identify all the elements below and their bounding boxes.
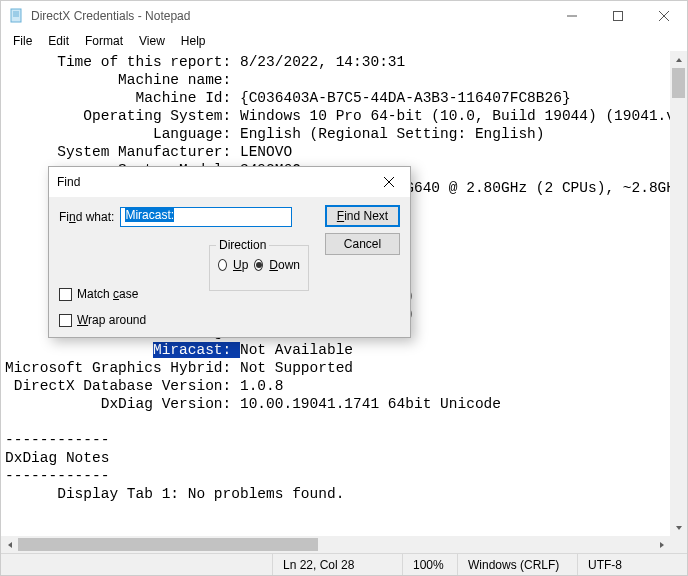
find-close-button[interactable] [368,167,410,197]
scroll-left-icon[interactable] [1,536,18,553]
direction-up-label: Up [233,258,248,272]
horizontal-scroll-thumb[interactable] [18,538,318,551]
wrap-around-row[interactable]: Wrap around [59,313,146,327]
scroll-up-icon[interactable] [670,51,687,68]
find-next-button[interactable]: Find Next [325,205,400,227]
menu-help[interactable]: Help [173,32,214,50]
svg-marker-10 [8,542,12,548]
find-what-input[interactable]: Miracast: [120,207,292,227]
status-line-ending: Windows (CRLF) [457,554,577,575]
doc-highlight: Miracast: [153,342,240,358]
find-dialog: Find Find what: Miracast: Find Next Canc… [48,166,411,338]
direction-group: Direction Up Down [209,245,309,291]
svg-marker-9 [676,526,682,530]
direction-down-radio[interactable] [254,259,263,271]
doc-post: Not Available Microsoft Graphics Hybrid:… [5,342,501,502]
status-zoom: 100% [402,554,457,575]
menu-view[interactable]: View [131,32,173,50]
wrap-around-label: Wrap around [77,313,146,327]
window-titlebar: DirectX Credentials - Notepad [1,1,687,31]
menu-edit[interactable]: Edit [40,32,77,50]
window-title: DirectX Credentials - Notepad [31,9,190,23]
direction-down-label: Down [269,258,300,272]
menu-format[interactable]: Format [77,32,131,50]
notepad-icon [9,8,25,24]
cancel-button[interactable]: Cancel [325,233,400,255]
svg-marker-8 [676,58,682,62]
wrap-around-checkbox[interactable] [59,314,72,327]
scroll-corner [670,536,687,553]
svg-rect-5 [614,12,623,21]
match-case-label: Match case [77,287,138,301]
horizontal-scrollbar[interactable] [1,536,670,553]
scroll-right-icon[interactable] [653,536,670,553]
minimize-button[interactable] [549,1,595,31]
find-title: Find [57,175,80,189]
scroll-down-icon[interactable] [670,519,687,536]
statusbar: Ln 22, Col 28 100% Windows (CRLF) UTF-8 [1,553,687,575]
direction-label: Direction [216,238,269,252]
menubar: File Edit Format View Help [1,31,687,51]
match-case-checkbox[interactable] [59,288,72,301]
menu-file[interactable]: File [5,32,40,50]
svg-marker-11 [660,542,664,548]
radio-dot-icon [256,262,262,268]
status-position: Ln 22, Col 28 [272,554,402,575]
status-encoding: UTF-8 [577,554,687,575]
vertical-scrollbar[interactable] [670,51,687,536]
direction-up-radio[interactable] [218,259,227,271]
vertical-scroll-thumb[interactable] [672,68,685,98]
close-button[interactable] [641,1,687,31]
find-what-label: Find what: [59,210,114,224]
match-case-row[interactable]: Match case [59,287,138,301]
find-titlebar[interactable]: Find [49,167,410,197]
maximize-button[interactable] [595,1,641,31]
